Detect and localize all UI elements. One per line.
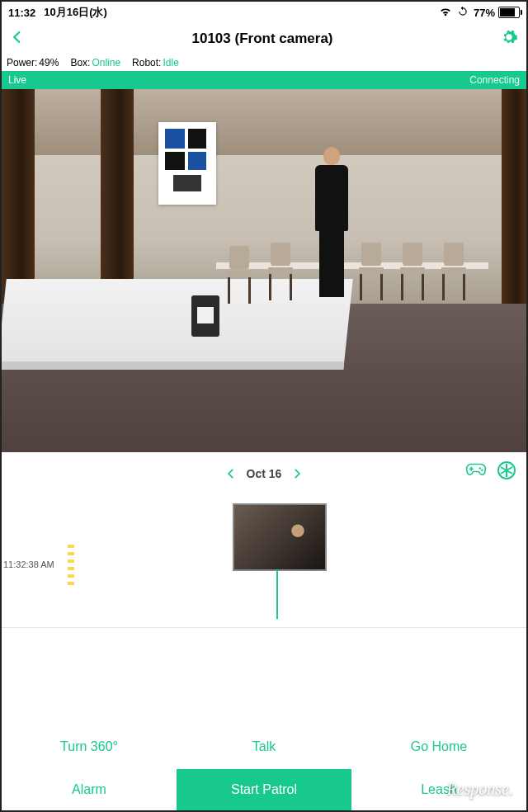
robot-value: Idle <box>163 57 178 68</box>
talk-button[interactable]: Talk <box>177 725 351 769</box>
wifi-icon <box>439 7 452 19</box>
selected-date[interactable]: Oct 16 <box>247 467 282 480</box>
go-home-button[interactable]: Go Home <box>351 725 526 769</box>
power-label: Power: <box>7 57 37 68</box>
power-value: 49% <box>39 57 59 68</box>
rotation-lock-icon <box>457 6 469 20</box>
event-timeline[interactable]: 11:32:38 AM <box>2 495 526 627</box>
status-date: 10月16日(水) <box>44 5 107 20</box>
robot-status-line: Power: 49% Box: Online Robot: Idle <box>2 54 526 71</box>
alarm-button[interactable]: Alarm <box>2 769 177 810</box>
turn-360-button[interactable]: Turn 360° <box>2 725 177 769</box>
action-row-2: Alarm Start Patrol Leash <box>2 769 526 810</box>
camera-feed[interactable] <box>2 89 526 452</box>
box-value: Online <box>92 57 120 68</box>
battery-indicator: 77% <box>474 7 520 19</box>
next-day-button[interactable] <box>285 465 309 484</box>
battery-pct: 77% <box>474 7 495 19</box>
event-thumbnail[interactable] <box>233 503 327 571</box>
wall-art <box>158 122 216 205</box>
prev-day-button[interactable] <box>219 465 243 484</box>
status-time: 11:32 <box>8 7 35 19</box>
page-title: 10103 (Front camera) <box>25 31 500 47</box>
timeline-timestamp: 11:32:38 AM <box>3 559 54 569</box>
gamepad-icon[interactable] <box>465 460 487 485</box>
connection-status: Connecting <box>469 74 520 86</box>
snowflake-icon[interactable] <box>497 460 516 485</box>
nav-bar: 10103 (Front camera) <box>2 23 526 54</box>
ios-status-bar: 11:32 10月16日(水) 77% <box>2 2 526 23</box>
box-label: Box: <box>70 57 90 68</box>
timeline-cursor[interactable] <box>276 569 278 619</box>
live-label: Live <box>8 74 26 86</box>
leash-button[interactable]: Leash <box>351 769 526 810</box>
person-in-frame <box>307 147 356 304</box>
date-selector: Oct 16 <box>2 452 526 495</box>
waste-bin <box>191 295 219 337</box>
action-row-1: Turn 360° Talk Go Home <box>2 725 526 769</box>
settings-button[interactable] <box>500 28 518 50</box>
start-patrol-button[interactable]: Start Patrol <box>177 769 351 810</box>
live-status-bar: Live Connecting <box>2 71 526 89</box>
svg-point-0 <box>479 467 481 469</box>
robot-label: Robot: <box>132 57 161 68</box>
svg-point-1 <box>481 470 483 471</box>
timeline-activity-marks <box>68 545 74 586</box>
back-button[interactable] <box>10 28 25 50</box>
